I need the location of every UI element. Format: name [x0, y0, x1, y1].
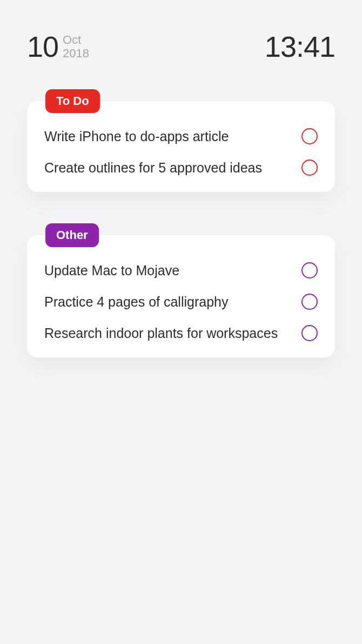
task-checkbox-icon[interactable]: [301, 160, 318, 176]
other-card: Other Update Mac to Mojave Practice 4 pa…: [27, 235, 335, 357]
task-item[interactable]: Write iPhone to do-apps article: [44, 128, 318, 144]
todo-card-label: To Do: [45, 89, 100, 113]
cards-container: To Do Write iPhone to do-apps article Cr…: [0, 63, 362, 357]
header: 10 Oct 2018 13:41: [0, 0, 362, 63]
date-year: 2018: [63, 47, 89, 60]
task-checkbox-icon[interactable]: [301, 325, 318, 341]
date-day: 10: [27, 30, 58, 63]
task-item[interactable]: Research indoor plants for workspaces: [44, 325, 318, 341]
task-checkbox-icon[interactable]: [301, 262, 318, 278]
task-text: Create outlines for 5 approved ideas: [44, 160, 293, 176]
task-checkbox-icon[interactable]: [301, 128, 318, 144]
date-month: Oct: [63, 33, 89, 47]
task-item[interactable]: Update Mac to Mojave: [44, 262, 318, 278]
time-display: 13:41: [265, 30, 335, 63]
todo-card: To Do Write iPhone to do-apps article Cr…: [27, 101, 335, 192]
task-text: Practice 4 pages of calligraphy: [44, 294, 293, 310]
date-stack: Oct 2018: [63, 33, 89, 61]
task-text: Update Mac to Mojave: [44, 263, 293, 278]
date-block: 10 Oct 2018: [27, 30, 89, 63]
task-text: Research indoor plants for workspaces: [44, 326, 293, 341]
task-item[interactable]: Create outlines for 5 approved ideas: [44, 160, 318, 176]
todo-task-list: Write iPhone to do-apps article Create o…: [44, 128, 318, 176]
task-checkbox-icon[interactable]: [301, 294, 318, 310]
other-card-label: Other: [45, 223, 99, 247]
task-text: Write iPhone to do-apps article: [44, 129, 293, 144]
task-item[interactable]: Practice 4 pages of calligraphy: [44, 294, 318, 310]
other-task-list: Update Mac to Mojave Practice 4 pages of…: [44, 262, 318, 341]
